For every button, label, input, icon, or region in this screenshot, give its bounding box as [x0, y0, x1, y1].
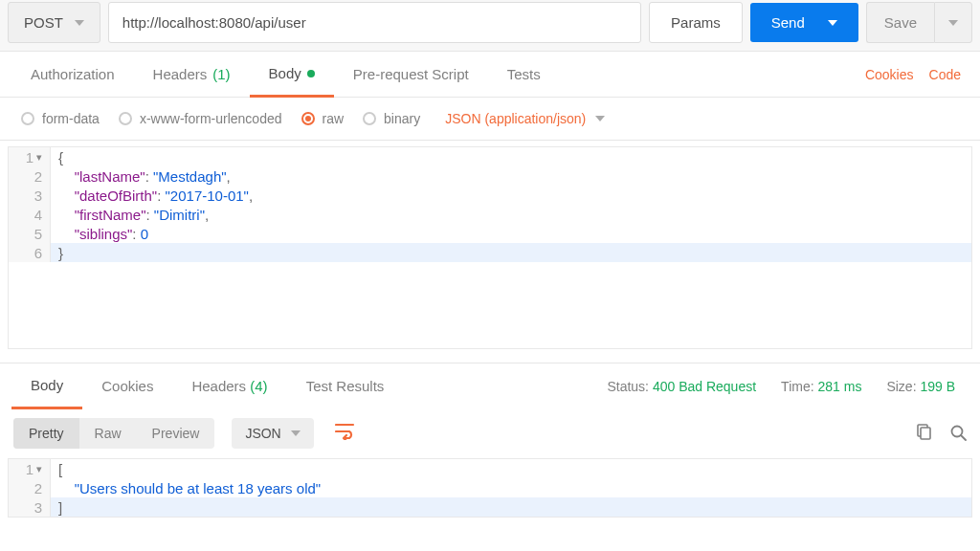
- chevron-down-icon: [595, 116, 605, 121]
- code-content: "Users should be at least 18 years old": [51, 480, 321, 496]
- http-method-label: POST: [24, 14, 63, 31]
- request-top-bar: POST Params Send Save: [0, 0, 980, 52]
- line-number: 6: [9, 243, 51, 262]
- code-line[interactable]: 1▾[: [9, 459, 971, 478]
- save-button[interactable]: Save: [866, 2, 934, 43]
- line-number: 4: [9, 205, 51, 224]
- wrap-lines-icon[interactable]: [335, 423, 356, 445]
- chevron-down-icon: [291, 430, 301, 436]
- code-line[interactable]: 3]: [9, 497, 971, 517]
- code-content: {: [51, 149, 63, 165]
- copy-icon[interactable]: [915, 424, 932, 444]
- code-content: [: [51, 461, 62, 477]
- resp-tab-body[interactable]: Body: [11, 364, 82, 409]
- send-label: Send: [771, 14, 805, 31]
- chevron-down-icon: [75, 20, 84, 26]
- code-line[interactable]: 3 "dateOfBirth": "2017-10-01",: [9, 186, 971, 205]
- response-body-editor[interactable]: 1▾[2 "Users should be at least 18 years …: [8, 458, 972, 518]
- radio-binary[interactable]: binary: [363, 111, 420, 126]
- radio-form-data[interactable]: form-data: [21, 111, 100, 126]
- code-content: ]: [51, 499, 62, 516]
- code-line[interactable]: 1▾{: [9, 147, 971, 166]
- request-tabs: Authorization Headers (1) Body Pre-reque…: [0, 52, 980, 98]
- tab-headers[interactable]: Headers (1): [134, 53, 250, 96]
- save-group: Save: [866, 2, 972, 43]
- code-content: "firstName": "Dimitri",: [51, 207, 209, 223]
- response-format-label: JSON: [245, 426, 280, 441]
- tab-body[interactable]: Body: [250, 52, 334, 98]
- code-line[interactable]: 2 "lastName": "Mestdagh",: [9, 166, 971, 186]
- line-number: 2: [9, 166, 51, 186]
- radio-label: binary: [384, 111, 420, 126]
- radio-label: form-data: [42, 111, 100, 126]
- response-tabs: Body Cookies Headers (4) Test Results St…: [0, 363, 980, 408]
- body-type-row: form-data x-www-form-urlencoded raw bina…: [0, 98, 980, 141]
- chevron-down-icon: [948, 20, 958, 26]
- line-number: 3: [9, 497, 51, 517]
- radio-icon: [21, 112, 34, 125]
- code-line[interactable]: 4 "firstName": "Dimitri",: [9, 205, 971, 224]
- line-number: 5: [9, 224, 51, 243]
- request-body-editor[interactable]: 1▾{2 "lastName": "Mestdagh",3 "dateOfBir…: [8, 146, 972, 349]
- size-label: Size:: [886, 379, 916, 394]
- code-link[interactable]: Code: [922, 54, 969, 96]
- cookies-link[interactable]: Cookies: [858, 54, 922, 96]
- code-content: }: [51, 245, 63, 261]
- response-actions: [915, 424, 967, 444]
- resp-tab-test-results[interactable]: Test Results: [287, 364, 404, 408]
- radio-icon: [301, 112, 315, 125]
- radio-raw[interactable]: raw: [301, 111, 345, 126]
- line-number: 3: [9, 186, 51, 205]
- svg-line-3: [961, 435, 966, 440]
- tab-body-label: Body: [269, 65, 301, 81]
- line-number: 1▾: [9, 147, 51, 166]
- code-line[interactable]: 5 "siblings": 0: [9, 224, 971, 243]
- code-content: "siblings": 0: [51, 226, 148, 242]
- resp-tab-headers[interactable]: Headers (4): [172, 364, 286, 408]
- view-raw[interactable]: Raw: [79, 418, 137, 449]
- http-method-select[interactable]: POST: [8, 2, 100, 43]
- search-icon[interactable]: [949, 424, 967, 444]
- content-type-label: JSON (application/json): [445, 111, 586, 126]
- tab-headers-count: (1): [212, 66, 230, 82]
- radio-label: raw: [323, 111, 345, 126]
- code-line[interactable]: 6}: [9, 243, 971, 262]
- tab-headers-label: Headers: [153, 66, 208, 82]
- resp-tab-headers-count: (4): [250, 378, 267, 394]
- url-input[interactable]: [108, 2, 641, 43]
- resp-tab-cookies[interactable]: Cookies: [82, 364, 172, 408]
- tab-authorization[interactable]: Authorization: [11, 53, 134, 96]
- content-type-dropdown[interactable]: JSON (application/json): [445, 111, 605, 126]
- save-options-button[interactable]: [934, 2, 972, 43]
- status-label: Status:: [607, 379, 649, 394]
- response-meta: Status: 400 Bad Request Time: 281 ms Siz…: [607, 379, 969, 394]
- resp-tab-headers-label: Headers: [191, 378, 246, 394]
- radio-icon: [119, 112, 132, 125]
- chevron-down-icon: [828, 20, 837, 26]
- tab-tests[interactable]: Tests: [488, 53, 560, 96]
- status-value: 400 Bad Request: [653, 379, 756, 394]
- send-button[interactable]: Send: [750, 3, 858, 42]
- modified-dot-icon: [307, 70, 315, 77]
- tab-prerequest[interactable]: Pre-request Script: [334, 53, 488, 96]
- line-number: 2: [9, 478, 51, 497]
- view-preview[interactable]: Preview: [137, 418, 215, 449]
- size-value: 199 B: [920, 379, 955, 394]
- time-label: Time:: [781, 379, 813, 394]
- code-content: "dateOfBirth": "2017-10-01",: [51, 187, 253, 204]
- line-number: 1▾: [9, 459, 51, 478]
- time-value: 281 ms: [817, 379, 861, 394]
- radio-urlencoded[interactable]: x-www-form-urlencoded: [119, 111, 282, 126]
- code-content: "lastName": "Mestdagh",: [51, 168, 231, 185]
- radio-icon: [363, 112, 376, 125]
- svg-rect-1: [921, 428, 930, 439]
- view-mode-group: Pretty Raw Preview: [13, 418, 214, 449]
- params-button[interactable]: Params: [649, 2, 743, 43]
- code-line[interactable]: 2 "Users should be at least 18 years old…: [9, 478, 971, 497]
- view-pretty[interactable]: Pretty: [13, 418, 79, 449]
- response-format-bar: Pretty Raw Preview JSON: [0, 408, 980, 458]
- radio-label: x-www-form-urlencoded: [140, 111, 282, 126]
- response-format-dropdown[interactable]: JSON: [232, 418, 313, 449]
